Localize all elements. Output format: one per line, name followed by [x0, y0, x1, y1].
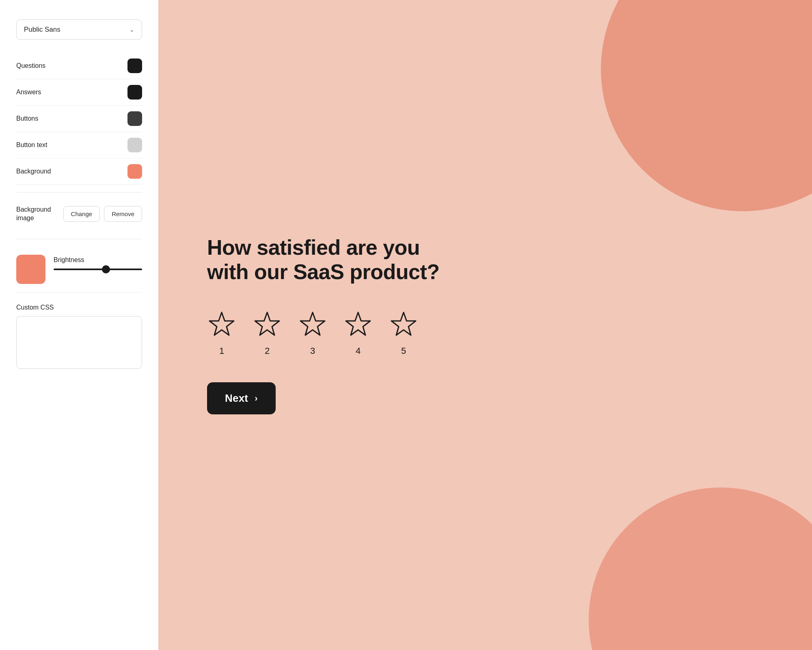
button-text-label: Button text	[16, 141, 48, 149]
button-text-color-swatch[interactable]	[127, 138, 142, 152]
answers-label: Answers	[16, 89, 41, 96]
divider-1	[16, 192, 142, 193]
brightness-section: Brightness	[16, 247, 142, 292]
custom-css-section: Custom CSS	[16, 296, 142, 370]
background-image-label: Backgroundimage	[16, 206, 51, 223]
divider-2	[16, 239, 142, 239]
star-1[interactable]: 1	[207, 310, 236, 356]
chevron-down-icon: ⌄	[130, 26, 134, 33]
star-2-label: 2	[265, 346, 270, 356]
answers-color-swatch[interactable]	[127, 85, 142, 100]
star-5-label: 5	[401, 346, 406, 356]
color-row-background: Background	[16, 158, 142, 185]
brightness-preview	[16, 255, 45, 284]
star-rating: 1 2 3 4	[207, 310, 440, 356]
questions-label: Questions	[16, 62, 45, 69]
background-label: Background	[16, 168, 51, 175]
star-4-label: 4	[356, 346, 361, 356]
settings-panel: Public Sans ⌄ Questions Answers Buttons …	[0, 0, 158, 650]
change-background-button[interactable]: Change	[63, 206, 100, 222]
background-image-buttons: Change Remove	[63, 206, 142, 222]
next-chevron-icon: ›	[255, 393, 258, 404]
color-row-questions: Questions	[16, 53, 142, 79]
custom-css-label: Custom CSS	[16, 304, 142, 311]
star-5[interactable]: 5	[389, 310, 418, 356]
star-2[interactable]: 2	[253, 310, 282, 356]
questions-color-swatch[interactable]	[127, 58, 142, 73]
star-3[interactable]: 3	[298, 310, 327, 356]
svg-marker-4	[391, 312, 416, 335]
buttons-color-swatch[interactable]	[127, 111, 142, 126]
font-selector[interactable]: Public Sans ⌄	[16, 20, 142, 40]
star-1-label: 1	[219, 346, 224, 356]
star-4[interactable]: 4	[343, 310, 373, 356]
color-row-button-text: Button text	[16, 132, 142, 158]
svg-marker-0	[209, 312, 234, 335]
svg-marker-1	[255, 312, 279, 335]
star-5-icon	[389, 310, 418, 339]
background-color-swatch[interactable]	[127, 164, 142, 179]
background-image-row: Backgroundimage Change Remove	[16, 200, 142, 228]
svg-marker-3	[346, 312, 370, 335]
star-3-icon	[298, 310, 327, 339]
survey-question: How satisfied are youwith our SaaS produ…	[207, 236, 440, 284]
custom-css-input[interactable]	[16, 316, 142, 369]
font-selector-label: Public Sans	[24, 26, 60, 34]
star-3-label: 3	[310, 346, 315, 356]
buttons-label: Buttons	[16, 115, 38, 122]
star-4-icon	[343, 310, 373, 339]
color-row-answers: Answers	[16, 79, 142, 106]
next-button[interactable]: Next ›	[207, 382, 276, 414]
remove-background-button[interactable]: Remove	[104, 206, 142, 222]
brightness-controls: Brightness	[54, 255, 142, 270]
star-2-icon	[253, 310, 282, 339]
survey-preview: How satisfied are youwith our SaaS produ…	[158, 0, 812, 650]
survey-content: How satisfied are youwith our SaaS produ…	[207, 236, 440, 415]
decorative-circle-top	[601, 0, 812, 211]
color-row-buttons: Buttons	[16, 106, 142, 132]
svg-marker-2	[300, 312, 325, 335]
brightness-slider[interactable]	[54, 269, 142, 270]
brightness-title: Brightness	[54, 256, 142, 264]
next-button-label: Next	[225, 392, 248, 405]
star-1-icon	[207, 310, 236, 339]
color-settings: Questions Answers Buttons Button text Ba…	[16, 53, 142, 185]
decorative-circle-bottom	[589, 488, 812, 650]
